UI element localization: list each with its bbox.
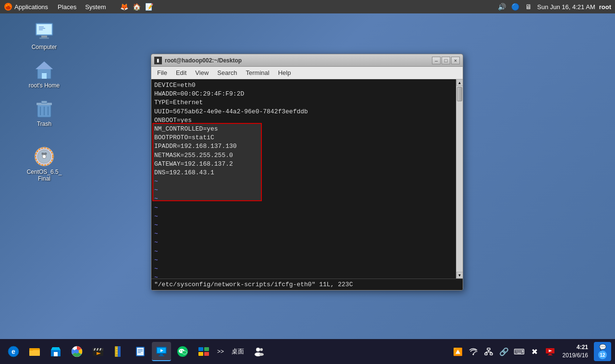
terminal-line-12: ~ xyxy=(154,186,453,194)
svg-rect-31 xyxy=(29,348,33,351)
datetime-display: Sun Jun 16, 4:21 AM xyxy=(537,3,595,11)
menu-file[interactable]: File xyxy=(153,68,171,77)
taskbar: e xyxy=(0,339,615,364)
desktop-icon-home[interactable]: root's Home xyxy=(25,59,63,89)
svg-rect-30 xyxy=(29,350,40,356)
terminal-content[interactable]: DEVICE=eth0 HWADDR=00:0C:29:4F:F9:2D TYP… xyxy=(151,79,456,279)
terminal-line-1: HWADDR=00:0C:29:4F:F9:2D xyxy=(154,90,453,98)
system-menu[interactable]: System xyxy=(81,2,110,12)
top-panel: Applications Places System 🦊 🏠 📝 🔊 🔵 🖥 S… xyxy=(0,0,615,13)
text-editor-icon[interactable]: 📝 xyxy=(144,2,154,12)
terminal-line-10: DNS=192.168.43.1 xyxy=(154,169,453,177)
home-tray-icon[interactable]: 🏠 xyxy=(132,2,141,12)
top-panel-right: 🔊 🔵 🖥 Sun Jun 16, 4:21 AM root xyxy=(497,2,611,12)
terminal-statusbar: "/etc/sysconfig/network-scripts/ifcfg-et… xyxy=(151,279,463,290)
terminal-line-15: ~ xyxy=(154,212,453,221)
minimize-button[interactable]: – xyxy=(432,57,441,64)
trash-icon-label: Trash xyxy=(36,120,53,128)
svg-rect-47 xyxy=(116,350,118,352)
places-menu[interactable]: Places xyxy=(54,2,80,12)
svg-rect-50 xyxy=(137,348,144,355)
tray-link[interactable]: 🔗 xyxy=(497,345,511,358)
taskbar-people[interactable] xyxy=(250,342,269,361)
svg-rect-46 xyxy=(116,348,118,349)
bluetooth-icon[interactable]: 🔵 xyxy=(510,2,520,12)
tray-network[interactable] xyxy=(482,345,495,358)
display-icon[interactable]: 🖥 xyxy=(524,2,533,12)
taskbar-screen[interactable] xyxy=(152,342,171,361)
notification-count: 12 xyxy=(598,351,607,359)
svg-rect-7 xyxy=(41,36,47,37)
tray-wifi[interactable] xyxy=(467,345,480,358)
svg-rect-75 xyxy=(490,353,492,355)
taskbar-store[interactable] xyxy=(46,342,65,361)
terminal-line-4: ONBOOT=yes xyxy=(154,116,453,125)
svg-rect-67 xyxy=(204,352,209,356)
svg-text:DVD: DVD xyxy=(42,152,47,155)
notification-center[interactable]: 💬 12 xyxy=(594,342,611,361)
desktop-icon-dvd[interactable]: DVD CentOS_6.5_Final xyxy=(25,145,63,183)
svg-point-71 xyxy=(259,353,264,356)
terminal-line-14: ~ xyxy=(154,204,453,212)
terminal-line-6: BOOTPROTO=statiC xyxy=(154,133,453,142)
taskbar-settings[interactable] xyxy=(194,342,213,361)
terminal-line-5: NM_CONTROLLED=yes xyxy=(154,125,453,133)
taskbar-files[interactable] xyxy=(25,342,44,361)
tray-chevron[interactable]: 🔼 xyxy=(451,345,465,358)
taskbar-ie[interactable]: e xyxy=(4,342,23,361)
desktop-icon-trash[interactable]: Trash xyxy=(25,97,63,128)
taskbar-video[interactable] xyxy=(88,342,108,361)
taskbar-wechat[interactable] xyxy=(173,342,192,361)
terminal-line-3: UUID=5675ab62-4e9e-44a2-96e0-7842f3eefdd… xyxy=(154,108,453,116)
taskbar-book[interactable] xyxy=(131,342,150,361)
svg-rect-14 xyxy=(42,73,47,79)
scrollbar-thumb[interactable] xyxy=(457,87,462,101)
svg-rect-8 xyxy=(39,37,49,39)
taskbar-winrar[interactable] xyxy=(110,342,129,361)
terminal-content-area: DEVICE=eth0 HWADDR=00:0C:29:4F:F9:2D TYP… xyxy=(151,79,463,279)
volume-icon[interactable]: 🔊 xyxy=(497,2,506,12)
clock-time: 4:21 xyxy=(563,343,588,352)
terminal-app-icon: ▮ xyxy=(154,57,162,64)
top-panel-menu: Places System xyxy=(54,2,110,12)
terminal-line-18: ~ xyxy=(154,238,453,247)
svg-point-24 xyxy=(42,155,46,158)
menu-edit[interactable]: Edit xyxy=(172,68,190,77)
menu-help[interactable]: Help xyxy=(274,68,295,77)
svg-point-70 xyxy=(260,348,263,351)
maximize-button[interactable]: □ xyxy=(442,57,450,64)
menu-search[interactable]: Search xyxy=(213,68,241,77)
menu-view[interactable]: View xyxy=(191,68,212,77)
svg-point-68 xyxy=(256,348,260,352)
svg-rect-56 xyxy=(160,354,163,355)
desktop: Applications Places System 🦊 🏠 📝 🔊 🔵 🖥 S… xyxy=(0,0,615,364)
home-icon-label: root's Home xyxy=(27,82,61,89)
tray-keyboard[interactable]: ⌨ xyxy=(513,345,526,358)
svg-rect-9 xyxy=(37,24,51,34)
scrollbar-up-button[interactable]: ▲ xyxy=(456,79,463,86)
scrollbar-down-button[interactable]: ▼ xyxy=(456,272,463,279)
applications-menu[interactable]: Applications xyxy=(4,2,48,11)
username-display: root xyxy=(599,3,611,11)
terminal-scrollbar[interactable]: ▲ ▼ xyxy=(456,79,463,279)
terminal-line-8: NETMASK=255.255.255.0 xyxy=(154,151,453,160)
dvd-icon-label: CentOS_6.5_Final xyxy=(25,168,63,183)
svg-marker-15 xyxy=(36,61,53,69)
taskbar-overflow[interactable]: >> xyxy=(215,347,226,356)
menu-terminal[interactable]: Terminal xyxy=(242,68,273,77)
svg-rect-57 xyxy=(159,355,164,356)
tray-close[interactable]: ✖ xyxy=(528,345,541,358)
terminal-line-20: ~ xyxy=(154,256,453,265)
firefox-icon[interactable]: 🦊 xyxy=(119,2,129,12)
svg-point-72 xyxy=(472,354,474,355)
taskbar-chrome[interactable] xyxy=(67,342,86,361)
scrollbar-track[interactable] xyxy=(456,86,463,272)
desktop-icon-computer[interactable]: Computer xyxy=(25,20,63,51)
close-button[interactable]: × xyxy=(451,57,460,64)
taskbar-desktop[interactable]: 桌面 xyxy=(228,342,248,361)
tray-slideshow[interactable] xyxy=(543,345,557,358)
svg-rect-83 xyxy=(548,355,553,355)
terminal-line-9: GATEWAY=192.168.137.2 xyxy=(154,160,453,169)
taskbar-clock[interactable]: 4:21 2019/6/16 xyxy=(559,342,592,361)
svg-point-2 xyxy=(6,5,8,7)
